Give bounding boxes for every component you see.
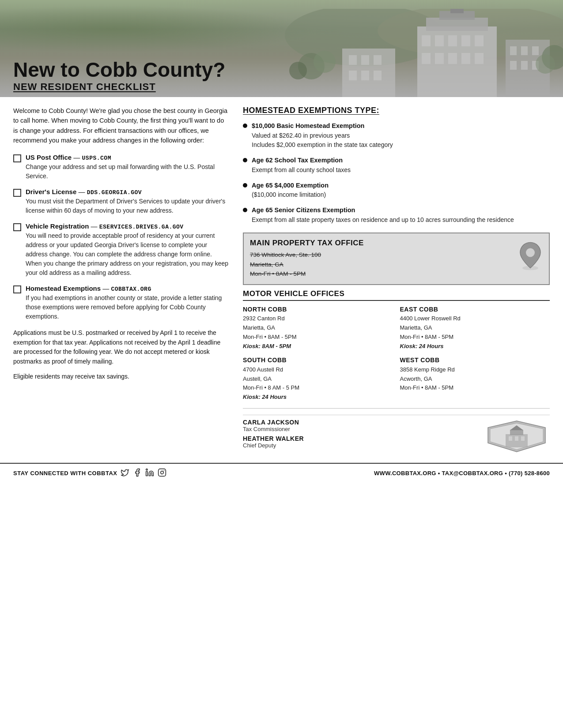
- checkbox-usps[interactable]: [13, 154, 21, 162]
- exemption-text-3: Age 65 Senior Citizens Exemption Exempt …: [252, 206, 514, 225]
- svg-rect-19: [361, 55, 369, 65]
- main-content: Welcome to Cobb County! We're glad you c…: [0, 97, 563, 458]
- checklist-dash-dl: —: [76, 188, 87, 195]
- checklist-desc-homestead: If you had exemptions in another county …: [26, 293, 230, 321]
- svg-rect-48: [146, 471, 147, 476]
- checklist-desc-usps: Change your address and set up mail forw…: [26, 162, 230, 181]
- facebook-icon[interactable]: [133, 468, 142, 479]
- checkbox-vehicle[interactable]: [13, 223, 21, 231]
- svg-rect-50: [159, 469, 166, 477]
- svg-rect-29: [521, 61, 528, 70]
- tax-office-box: MAIN PROPERTY TAX OFFICE 736 Whitlock Av…: [243, 233, 550, 285]
- svg-rect-8: [435, 35, 444, 46]
- office-north-cobb-name: NORTH COBB: [243, 304, 393, 314]
- exemption-item-2: Age 65 $4,000 Exemption ($10,000 income …: [243, 181, 550, 200]
- checklist-content-homestead: Homestead Exemptions — COBBTAX.ORG If yo…: [26, 285, 230, 321]
- svg-rect-10: [461, 35, 470, 46]
- hero-title-box: New to Cobb County? NEW RESIDENT CHECKLI…: [0, 59, 247, 97]
- bottom-email[interactable]: TAX@COBBTAX.ORG: [442, 470, 503, 477]
- cobbtax-logo: COBBTAX.ORG CARLA JACKSON • TAX COMMISSI…: [484, 419, 550, 454]
- office-east-cobb-name: EAST COBB: [400, 304, 550, 314]
- checklist-content-vehicle: Vehicle Registration — ESERVICES.DRIVES.…: [26, 222, 230, 278]
- office-east-cobb-addr1: 4400 Lower Roswell Rd: [400, 314, 550, 323]
- svg-rect-9: [448, 35, 457, 46]
- checklist-dash-vehicle: —: [89, 222, 99, 230]
- office-west-cobb-addr1: 3858 Kemp Ridge Rd: [400, 365, 550, 375]
- bottom-website[interactable]: WWW.COBBTAX.ORG: [374, 470, 436, 477]
- twitter-icon[interactable]: [121, 468, 129, 479]
- office-west-cobb-hours: Mon-Fri • 8AM - 5PM: [400, 383, 550, 393]
- bottom-contact: WWW.COBBTAX.ORG • TAX@COBBTAX.ORG • (770…: [374, 470, 550, 477]
- linkedin-icon[interactable]: [145, 468, 154, 479]
- checklist-link-dl[interactable]: DDS.GEORGIA.GOV: [87, 189, 142, 196]
- checklist-label-usps: US Post Office: [26, 154, 72, 161]
- checklist-link-homestead[interactable]: COBBTAX.ORG: [111, 286, 151, 293]
- exemption-desc-2: ($10,000 income limitation): [252, 190, 329, 199]
- office-east-cobb-kiosk: Kiosk: 24 Hours: [400, 342, 550, 351]
- contact-divider: [243, 408, 550, 409]
- stay-connected-label: STAY CONNECTED WITH COBBTAX: [13, 470, 117, 477]
- checklist-link-usps[interactable]: USPS.COM: [82, 155, 111, 161]
- svg-rect-16: [475, 53, 484, 64]
- svg-rect-27: [532, 46, 539, 55]
- svg-rect-21: [349, 71, 357, 80]
- svg-point-32: [314, 51, 336, 73]
- contact-name-2: HEATHER WALKER: [243, 435, 304, 442]
- checklist-title-dl: Driver's License — DDS.GEORGIA.GOV: [26, 188, 230, 196]
- left-column: Welcome to Cobb County! We're glad you c…: [13, 106, 230, 454]
- svg-rect-45: [521, 436, 525, 441]
- checklist-item-dl: Driver's License — DDS.GEORGIA.GOV You m…: [13, 188, 230, 215]
- tax-office-info: 736 Whitlock Ave, Ste. 100 Marietta, GA …: [250, 250, 543, 279]
- svg-rect-11: [475, 35, 484, 46]
- svg-point-37: [526, 248, 535, 257]
- exemption-desc-0: Valued at $262.40 in previous yearsInclu…: [252, 131, 393, 150]
- exemption-item-3: Age 65 Senior Citizens Exemption Exempt …: [243, 206, 550, 225]
- office-east-cobb-hours: Mon-Fri • 8AM - 5PM: [400, 333, 550, 342]
- hero-main-title: New to Cobb County?: [13, 59, 247, 81]
- office-south-cobb-name: SOUTH COBB: [243, 355, 393, 365]
- svg-rect-44: [515, 436, 518, 441]
- exemption-name-3: Age 65 Senior Citizens Exemption: [252, 206, 514, 215]
- office-south-cobb-kiosk: Kiosk: 24 Hours: [243, 393, 393, 402]
- exemption-name-1: Age 62 School Tax Exemption: [252, 156, 351, 165]
- exemption-item-1: Age 62 School Tax Exemption Exempt from …: [243, 156, 550, 175]
- office-west-cobb-name: WEST COBB: [400, 355, 550, 365]
- svg-rect-13: [435, 53, 444, 64]
- svg-point-49: [146, 469, 147, 470]
- office-south-cobb: SOUTH COBB 4700 Austell Rd Austell, GA M…: [243, 355, 393, 402]
- checkbox-homestead[interactable]: [13, 285, 21, 293]
- hero-section: New to Cobb County? NEW RESIDENT CHECKLI…: [0, 0, 563, 97]
- exemption-item-0: $10,000 Basic Homestead Exemption Valued…: [243, 121, 550, 150]
- contact-name-1: CARLA JACKSON: [243, 419, 304, 426]
- office-south-cobb-hours: Mon-Fri • 8 AM - 5 PM: [243, 383, 393, 393]
- office-east-cobb: EAST COBB 4400 Lower Roswell Rd Marietta…: [400, 304, 550, 351]
- office-north-cobb-kiosk: Kiosk: 8AM - 5PM: [243, 342, 393, 351]
- svg-rect-25: [510, 46, 517, 55]
- exemption-name-0: $10,000 Basic Homestead Exemption: [252, 121, 393, 131]
- svg-rect-22: [361, 71, 369, 80]
- svg-rect-43: [509, 436, 512, 441]
- svg-rect-26: [521, 46, 528, 55]
- svg-point-33: [289, 62, 307, 79]
- welcome-text: Welcome to Cobb County! We're glad you c…: [13, 106, 230, 146]
- motor-vehicle-title: MOTOR VEHICLE OFFICES: [243, 289, 550, 301]
- checklist-item-vehicle: Vehicle Registration — ESERVICES.DRIVES.…: [13, 222, 230, 278]
- stay-connected: STAY CONNECTED WITH COBBTAX: [13, 468, 166, 479]
- exemption-text-2: Age 65 $4,000 Exemption ($10,000 income …: [252, 181, 329, 200]
- office-north-cobb-addr2: Marietta, GA: [243, 323, 393, 333]
- bottom-phone[interactable]: (770) 528-8600: [509, 470, 550, 477]
- checklist-item-usps: US Post Office — USPS.COM Change your ad…: [13, 154, 230, 181]
- instagram-icon[interactable]: [158, 468, 166, 479]
- office-west-cobb: WEST COBB 3858 Kemp Ridge Rd Acworth, GA…: [400, 355, 550, 402]
- checklist-desc-dl: You must visit the Department of Driver'…: [26, 197, 230, 215]
- checklist-label-vehicle: Vehicle Registration: [26, 222, 89, 230]
- checklist-desc-vehicle: You will need to provide acceptable proo…: [26, 231, 230, 278]
- right-column: HOMESTEAD EXEMPTIONS TYPE: $10,000 Basic…: [243, 106, 550, 454]
- tax-office-address1: 736 Whitlock Ave, Ste. 100: [250, 250, 543, 260]
- checklist-link-vehicle[interactable]: ESERVICES.DRIVES.GA.GOV: [99, 224, 184, 230]
- map-pin-icon: [518, 242, 543, 276]
- eligible-note: Eligible residents may receive tax savin…: [13, 372, 230, 382]
- checkbox-dl[interactable]: [13, 189, 21, 197]
- bottom-sep2: •: [505, 470, 509, 477]
- bullet-1: [243, 158, 247, 162]
